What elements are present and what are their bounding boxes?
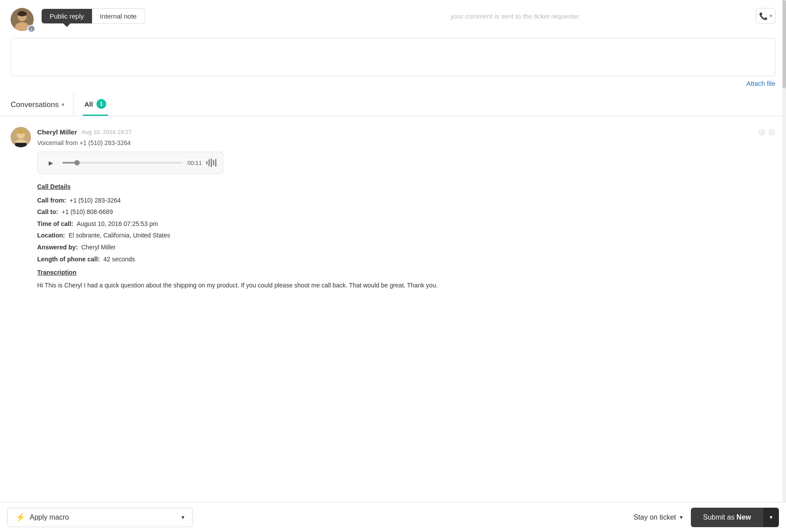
reply-placeholder-text: your comment is sent to the ticket reque… [451, 12, 579, 20]
wave-bar-1 [206, 161, 208, 165]
call-from-value: +1 (510) 283-3264 [69, 197, 121, 204]
length-value: 42 seconds [103, 256, 135, 263]
wave-bar-3 [211, 158, 212, 167]
time-of-call-label: Time of call: [37, 220, 73, 227]
submit-as-label: Submit as New [703, 513, 751, 521]
stay-on-ticket-chevron-icon: ▾ [680, 514, 683, 521]
answered-by-row: Answered by: Cheryl Miller [37, 241, 775, 253]
attach-file-link[interactable]: Attach file [746, 80, 775, 87]
time-of-call-value: August 10, 2016 07:25:53 pm [77, 220, 158, 227]
phone-icon: 📞 [759, 12, 768, 20]
svg-rect-12 [17, 131, 25, 134]
stay-on-ticket-button[interactable]: Stay on ticket ▾ [625, 508, 690, 527]
submit-as-bold: New [736, 513, 751, 521]
transcription-text: Hi This is Cheryl I had a quick question… [37, 280, 775, 290]
tab-all-badge: 1 [96, 99, 106, 109]
svg-point-6 [31, 27, 32, 29]
time-of-call-row: Time of call: August 10, 2016 07:25:53 p… [37, 218, 775, 230]
answered-by-label: Answered by: [37, 244, 78, 251]
answered-by-value: Cheryl Miller [81, 244, 116, 251]
stay-on-ticket-label: Stay on ticket [633, 513, 676, 521]
avatar-badge [27, 25, 35, 33]
attach-file-row: Attach file [0, 76, 786, 93]
message-header: Cheryl Miller Aug 10, 2016 19:27 ◎ ◎ [37, 127, 775, 137]
message-action-icon-2[interactable]: ◎ [768, 127, 775, 137]
svg-rect-4 [18, 14, 27, 15]
svg-point-7 [30, 29, 33, 31]
location-row: Location: El sobrante, California, Unite… [37, 230, 775, 241]
reply-tabs: Public reply Internal note your comment … [42, 8, 775, 24]
location-value: El sobrante, California, United States [69, 232, 170, 239]
message-actions: ◎ ◎ [759, 127, 775, 137]
internal-note-button[interactable]: Internal note [92, 8, 145, 24]
lightning-icon: ⚡ [15, 513, 25, 522]
reply-controls: Public reply Internal note your comment … [42, 8, 775, 24]
scrollbar-track[interactable] [782, 0, 786, 532]
conversations-dropdown[interactable]: Conversations ▾ [11, 93, 74, 116]
conversations-chevron-icon: ▾ [62, 101, 65, 108]
wave-bar-4 [213, 160, 214, 165]
bottom-right-group: Stay on ticket ▾ Submit as New ▾ [625, 508, 779, 527]
reply-textarea[interactable] [11, 38, 775, 74]
message-action-icon-1[interactable]: ◎ [759, 127, 766, 137]
length-row: Length of phone call: 42 seconds [37, 253, 775, 265]
svg-rect-13 [15, 143, 27, 147]
submit-as-dropdown-button[interactable]: ▾ [763, 508, 779, 527]
message-body: Cheryl Miller Aug 10, 2016 19:27 ◎ ◎ Voi… [37, 127, 775, 290]
call-from-row: Call from: +1 (510) 283-3264 [37, 195, 775, 207]
audio-player: ▶ 00:11 [37, 152, 223, 174]
call-to-label: Call to: [37, 208, 58, 215]
wave-bar-2 [208, 159, 210, 166]
audio-waveform [206, 158, 216, 168]
wave-bar-5 [215, 159, 216, 167]
conversations-tabs: All 1 [74, 93, 108, 116]
audio-progress-bar[interactable] [62, 162, 183, 164]
conversation-content: Cheryl Miller Aug 10, 2016 19:27 ◎ ◎ Voi… [0, 116, 786, 502]
length-label: Length of phone call: [37, 256, 100, 263]
audio-time: 00:11 [187, 160, 202, 166]
bottom-bar: ⚡ Apply macro ▾ Stay on ticket ▾ Submit … [0, 502, 786, 532]
message-subtitle: Voicemail from +1 (510) 283-3264 [37, 139, 775, 146]
play-icon: ▶ [49, 160, 53, 166]
scrollbar-thumb[interactable] [782, 0, 786, 88]
tab-all-label: All [85, 100, 93, 108]
submit-as-dropdown-chevron-icon: ▾ [770, 514, 773, 521]
message-avatar [11, 127, 31, 147]
apply-macro-button[interactable]: ⚡ Apply macro ▾ [7, 508, 193, 527]
message-time: Aug 10, 2016 19:27 [81, 129, 132, 135]
transcription-title[interactable]: Transcription [37, 267, 77, 279]
tab-all[interactable]: All 1 [83, 93, 108, 116]
agent-avatar-wrapper [11, 8, 35, 33]
call-details-title[interactable]: Call Details [37, 181, 70, 193]
call-to-value: +1 (510) 808-6689 [62, 208, 113, 215]
apply-macro-label: Apply macro [30, 513, 69, 521]
conversations-bar: Conversations ▾ All 1 [0, 93, 786, 116]
message-sender: Cheryl Miller [37, 128, 77, 136]
apply-macro-left: ⚡ Apply macro [15, 513, 69, 522]
call-details: Call Details Call from: +1 (510) 283-326… [37, 181, 775, 290]
reply-header: Public reply Internal note your comment … [0, 0, 786, 33]
reply-placeholder-area: your comment is sent to the ticket reque… [447, 12, 756, 20]
phone-action-button[interactable]: 📞 ▾ [756, 8, 775, 24]
submit-as-group: Submit as New ▾ [691, 508, 779, 527]
apply-macro-chevron-icon: ▾ [181, 514, 185, 521]
audio-play-button[interactable]: ▶ [44, 156, 58, 170]
conversations-label: Conversations [11, 100, 59, 109]
phone-chevron-icon: ▾ [770, 13, 772, 19]
call-from-label: Call from: [37, 197, 66, 204]
call-to-row: Call to: +1 (510) 808-6689 [37, 206, 775, 218]
public-reply-button[interactable]: Public reply [42, 9, 92, 23]
message-row: Cheryl Miller Aug 10, 2016 19:27 ◎ ◎ Voi… [11, 127, 775, 290]
audio-progress-dot [74, 160, 80, 165]
submit-as-button[interactable]: Submit as New [691, 508, 764, 527]
reply-textarea-wrapper[interactable] [11, 38, 775, 76]
location-label: Location: [37, 232, 65, 239]
